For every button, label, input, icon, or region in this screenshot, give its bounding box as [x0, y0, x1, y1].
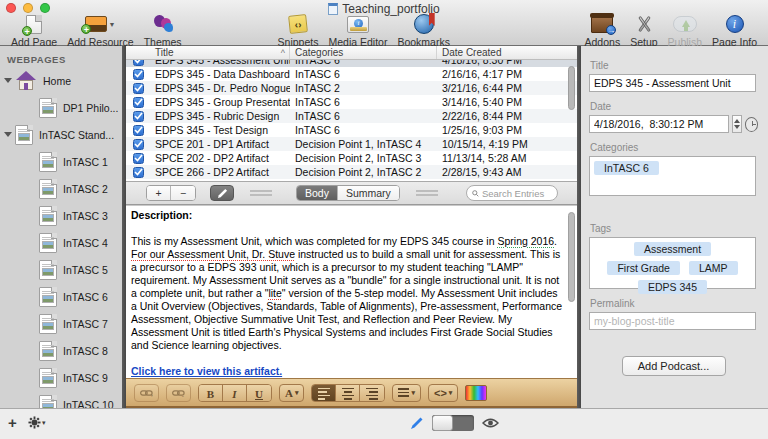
row-checkbox[interactable] [133, 139, 144, 150]
divider-grip-icon[interactable] [250, 190, 272, 196]
align-center-button[interactable] [336, 385, 360, 402]
header-categories[interactable]: Categories [290, 46, 437, 59]
sidebar-item[interactable]: InTASC 6 [0, 283, 122, 310]
table-row[interactable]: SPCE 266 - DP2 ArtifactDecision Point 2,… [126, 165, 577, 179]
sidebar-item[interactable]: InTASC 3 [0, 202, 122, 229]
token[interactable]: First Grade [607, 261, 680, 275]
body-tab[interactable]: Body [297, 186, 338, 200]
sidebar-add-button[interactable]: + [8, 414, 17, 431]
page-info-button[interactable]: i Page Info [707, 13, 762, 48]
edit-preview-toggle[interactable] [432, 415, 474, 431]
toggle-knob[interactable] [432, 415, 453, 431]
page-icon [39, 98, 57, 118]
check-icon [134, 70, 143, 78]
row-checkbox[interactable] [133, 125, 144, 136]
summary-tab[interactable]: Summary [338, 186, 399, 200]
align-left-icon [318, 388, 330, 400]
remove-entry-button[interactable]: − [171, 186, 195, 200]
tags-box[interactable]: AssessmentFirst GradeLAMPEDPS 345 [589, 237, 756, 289]
sidebar-item-label: InTASC 5 [63, 264, 108, 276]
date-stepper[interactable] [732, 115, 742, 133]
row-checkbox[interactable] [133, 153, 144, 164]
table-row[interactable]: EDPS 345 - Test DesignInTASC 61/25/16, 9… [126, 123, 577, 137]
editor-scrollbar[interactable] [568, 212, 575, 302]
bold-button[interactable]: B [199, 385, 223, 402]
align-right-button[interactable] [360, 385, 384, 402]
snippets-button[interactable]: ‹› Snippets [273, 13, 324, 48]
sidebar-item[interactable]: InTASC 8 [0, 337, 122, 364]
row-checkbox[interactable] [133, 83, 144, 94]
row-checkbox[interactable] [133, 167, 144, 178]
disclosure-icon[interactable] [4, 132, 12, 137]
search-field[interactable] [466, 185, 558, 201]
artifact-link[interactable]: Click here to view this artifact. [131, 365, 282, 377]
sidebar-item[interactable]: InTASC 2 [0, 175, 122, 202]
sidebar-item[interactable]: InTASC 9 [0, 364, 122, 391]
app-window: Teaching_portfolio + Add Page +▼ Add Res… [0, 0, 768, 439]
permalink-field[interactable] [589, 312, 756, 330]
row-checkbox[interactable] [133, 69, 144, 80]
description-editor[interactable]: Description: This is my Assessment Unit,… [126, 205, 577, 378]
themes-button[interactable]: Themes [139, 13, 187, 48]
sidebar-item[interactable]: InTASC 7 [0, 310, 122, 337]
list-icon [398, 388, 409, 397]
date-field[interactable] [589, 115, 729, 133]
sidebar-item[interactable]: InTASC Stand... [0, 121, 122, 148]
add-page-button[interactable]: + Add Page [6, 13, 62, 48]
categories-box[interactable]: InTASC 6 [589, 156, 756, 196]
token[interactable]: InTASC 6 [594, 161, 659, 175]
row-date: 2/28/15, 9:43 AM [437, 166, 577, 178]
table-row[interactable]: SPCE 201 - DP1 ArtifactDecision Point 1,… [126, 137, 577, 151]
sidebar-item[interactable]: InTASC 4 [0, 229, 122, 256]
setup-button[interactable]: Setup [625, 13, 662, 48]
add-resource-button[interactable]: +▼ Add Resource [62, 13, 139, 48]
row-title: SPCE 266 - DP2 Artifact [150, 166, 290, 178]
entries-scrollbar[interactable] [568, 66, 575, 110]
header-title[interactable]: Title^ [150, 46, 290, 59]
sidebar-item[interactable]: InTASC 5 [0, 256, 122, 283]
page-icon [39, 152, 57, 172]
table-row[interactable]: EDPS 345 - Rubric DesignInTASC 62/22/16,… [126, 109, 577, 123]
disclosure-icon[interactable] [4, 78, 12, 83]
media-editor-button[interactable]: i Media Editor [323, 13, 392, 48]
table-row[interactable]: EDPS 345 - Group PresentationInTASC 63/1… [126, 95, 577, 109]
bookmarks-button[interactable]: Bookmarks [392, 13, 455, 48]
table-row[interactable]: EDPS 345 - Data DashboardInTASC 62/16/16… [126, 67, 577, 81]
token[interactable]: Assessment [634, 242, 711, 256]
add-entry-button[interactable]: + [147, 186, 171, 200]
sidebar-item[interactable]: Home [0, 67, 122, 94]
text-style-button[interactable]: A▾ [279, 384, 304, 402]
sidebar-item[interactable]: InTASC 10 [0, 391, 122, 408]
html-button[interactable]: <>▾ [428, 384, 458, 402]
token[interactable]: LAMP [689, 261, 738, 275]
sidebar-item[interactable]: DP1 Philo... [0, 94, 122, 121]
title-field[interactable] [589, 74, 756, 92]
divider-grip-icon[interactable] [416, 190, 438, 196]
italic-button[interactable]: I [223, 385, 247, 402]
edit-entry-button[interactable] [210, 185, 234, 201]
underline-button[interactable]: U [247, 385, 271, 402]
token[interactable]: EDPS 345 [638, 280, 707, 294]
row-title: SPCE 201 - DP1 Artifact [150, 138, 290, 150]
addons-button[interactable]: → Addons [580, 13, 626, 48]
colors-button[interactable] [465, 385, 487, 401]
search-input[interactable] [482, 188, 552, 199]
date-label: Date [590, 101, 758, 112]
sidebar-item[interactable]: InTASC 1 [0, 148, 122, 175]
align-left-button[interactable] [312, 385, 336, 402]
row-checkbox[interactable] [133, 60, 144, 66]
table-row[interactable]: SPCE 202 - DP2 ArtifactDecision Point 2,… [126, 151, 577, 165]
list-button[interactable]: ▾ [392, 384, 421, 402]
add-link-button[interactable]: + [134, 384, 159, 402]
check-icon [134, 140, 143, 148]
table-row[interactable]: EDPS 345 - Assessment UnitInTASC 64/18/1… [126, 60, 577, 67]
row-date: 3/14/16, 5:40 PM [437, 96, 577, 108]
remove-link-button[interactable]: - [166, 384, 191, 402]
clock-icon[interactable] [745, 117, 758, 132]
add-podcast-button[interactable]: Add Podcast... [622, 356, 726, 376]
row-checkbox[interactable] [133, 97, 144, 108]
header-date-created[interactable]: Date Created [437, 46, 577, 59]
sidebar-action-menu[interactable]: ▾ [28, 416, 46, 429]
row-checkbox[interactable] [133, 111, 144, 122]
table-row[interactable]: EDPS 345 - Dr. Pedro NogueraInTASC 23/21… [126, 81, 577, 95]
